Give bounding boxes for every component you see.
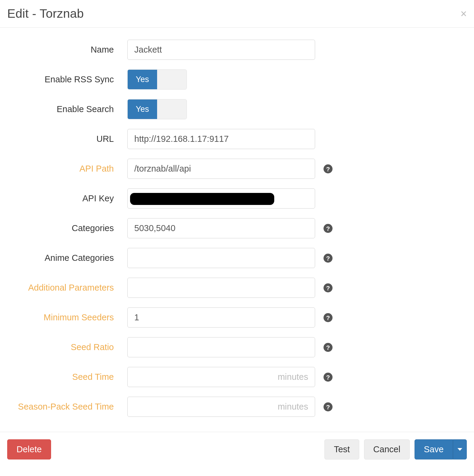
row-api-key: API Key [7, 188, 467, 209]
modal-body: Name Enable RSS Sync Yes Enable Search Y [0, 28, 474, 432]
enable-search-toggle[interactable]: Yes [127, 99, 187, 119]
label-enable-rss: Enable RSS Sync [7, 74, 127, 85]
row-minimum-seeders: Minimum Seeders ? [7, 307, 467, 328]
label-api-key: API Key [7, 193, 127, 204]
help-icon[interactable]: ? [315, 373, 336, 382]
toggle-empty [157, 99, 187, 119]
modal-footer: Delete Test Cancel Save [0, 432, 474, 467]
label-enable-search: Enable Search [7, 104, 127, 114]
row-enable-rss: Enable RSS Sync Yes [7, 69, 467, 90]
label-anime-categories: Anime Categories [7, 253, 127, 263]
name-input[interactable] [127, 40, 315, 60]
save-dropdown-toggle[interactable] [453, 439, 467, 459]
row-enable-search: Enable Search Yes [7, 99, 467, 119]
help-icon[interactable]: ? [315, 164, 336, 173]
anime-categories-input[interactable] [127, 248, 315, 268]
row-additional-parameters: Additional Parameters ? [7, 278, 467, 298]
help-icon[interactable]: ? [315, 313, 336, 322]
help-icon[interactable]: ? [315, 283, 336, 292]
toggle-yes: Yes [128, 99, 157, 119]
help-icon[interactable]: ? [315, 224, 336, 233]
row-season-pack-seed-time: Season-Pack Seed Time ? [7, 397, 467, 417]
row-name: Name [7, 40, 467, 60]
edit-indexer-modal: Edit - Torznab × Name Enable RSS Sync Ye… [0, 0, 474, 467]
svg-text:?: ? [326, 165, 330, 172]
additional-parameters-input[interactable] [127, 278, 315, 298]
api-path-input[interactable] [127, 159, 315, 179]
seed-ratio-input[interactable] [127, 337, 315, 357]
svg-text:?: ? [326, 344, 330, 351]
label-minimum-seeders: Minimum Seeders [7, 312, 127, 323]
svg-text:?: ? [326, 314, 330, 321]
save-button[interactable]: Save [415, 439, 453, 459]
enable-rss-toggle[interactable]: Yes [127, 69, 187, 90]
svg-text:?: ? [326, 225, 330, 232]
label-season-pack-seed-time: Season-Pack Seed Time [7, 401, 127, 412]
label-seed-ratio: Seed Ratio [7, 342, 127, 352]
seed-time-input[interactable] [127, 367, 315, 387]
caret-down-icon [457, 448, 462, 451]
delete-button[interactable]: Delete [7, 439, 51, 459]
row-categories: Categories ? [7, 218, 467, 238]
cancel-button[interactable]: Cancel [364, 439, 410, 459]
help-icon[interactable]: ? [315, 402, 336, 411]
row-seed-time: Seed Time ? [7, 367, 467, 387]
row-anime-categories: Anime Categories ? [7, 248, 467, 268]
label-url: URL [7, 134, 127, 144]
season-pack-seed-time-input[interactable] [127, 397, 315, 417]
url-input[interactable] [127, 129, 315, 149]
api-key-input[interactable] [127, 188, 315, 209]
svg-text:?: ? [326, 255, 330, 261]
api-key-redacted [130, 193, 274, 205]
close-icon[interactable]: × [460, 8, 467, 19]
row-url: URL [7, 129, 467, 149]
categories-input[interactable] [127, 218, 315, 238]
minimum-seeders-input[interactable] [127, 307, 315, 328]
svg-text:?: ? [326, 374, 330, 380]
help-icon[interactable]: ? [315, 343, 336, 352]
label-categories: Categories [7, 223, 127, 233]
label-name: Name [7, 44, 127, 55]
test-button[interactable]: Test [324, 439, 359, 459]
label-api-path: API Path [7, 163, 127, 174]
label-additional-parameters: Additional Parameters [7, 282, 127, 293]
toggle-yes: Yes [128, 70, 157, 89]
help-icon[interactable]: ? [315, 254, 336, 263]
svg-text:?: ? [326, 284, 330, 291]
svg-text:?: ? [326, 403, 330, 410]
modal-header: Edit - Torznab × [0, 0, 474, 28]
modal-title: Edit - Torznab [7, 7, 84, 21]
row-api-path: API Path ? [7, 159, 467, 179]
save-button-group: Save [415, 439, 467, 459]
toggle-empty [157, 70, 187, 89]
row-seed-ratio: Seed Ratio ? [7, 337, 467, 357]
label-seed-time: Seed Time [7, 372, 127, 382]
